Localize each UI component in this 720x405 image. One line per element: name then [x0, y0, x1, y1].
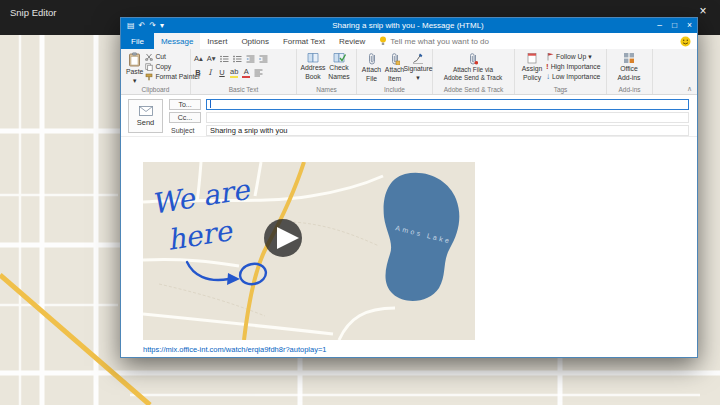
play-button[interactable] — [264, 219, 302, 257]
text-highlight-button[interactable]: ab — [230, 67, 238, 78]
check-names-button[interactable]: Check Names — [326, 51, 352, 81]
attach-item-label-2: Item — [388, 75, 401, 83]
clipboard-group-label: Clipboard — [121, 86, 190, 93]
addins-group-label: Add-ins — [607, 86, 652, 93]
tabs-spacer — [496, 33, 680, 49]
ribbon: Paste ▾ Cut Copy — [121, 49, 697, 95]
high-importance-icon: ! — [546, 62, 549, 71]
attach-file-button[interactable]: Attach File — [360, 51, 383, 83]
cut-icon — [145, 53, 153, 61]
font-color-button[interactable]: A — [242, 67, 250, 78]
check-names-icon — [333, 52, 346, 63]
save-icon[interactable]: ▤ — [127, 18, 135, 33]
collapse-ribbon-icon[interactable]: ∧ — [687, 85, 692, 93]
format-painter-icon — [145, 73, 153, 81]
include-group-label: Include — [357, 86, 432, 93]
adobe-group-label: Adobe Send & Track — [433, 86, 514, 93]
feedback-smiley-icon[interactable] — [680, 36, 691, 47]
bold-button[interactable]: B — [194, 68, 202, 77]
tab-insert[interactable]: Insert — [200, 33, 234, 49]
bullets-icon[interactable] — [220, 55, 229, 63]
address-book-label-2: Book — [305, 73, 321, 81]
tab-file[interactable]: File — [121, 33, 154, 49]
office-addins-button[interactable]: Office Add-ins — [610, 51, 648, 82]
high-importance-label: High Importance — [551, 63, 601, 70]
snip-image[interactable]: Amos Lake We are here — [143, 162, 475, 340]
send-button[interactable]: Send — [128, 99, 163, 133]
group-basic-text: A▴ A▾ — [191, 49, 297, 94]
align-icon[interactable] — [254, 69, 263, 77]
tab-format-text[interactable]: Format Text — [276, 33, 332, 49]
to-button[interactable]: To... — [169, 99, 201, 110]
low-importance-button[interactable]: ↓ Low Importance — [546, 72, 601, 81]
maximize-button[interactable]: □ — [667, 18, 682, 33]
shrink-font-button[interactable]: A▾ — [207, 54, 216, 63]
italic-button[interactable]: I — [206, 68, 214, 77]
subject-label: Subject — [169, 127, 201, 134]
subject-input[interactable]: Sharing a snip with you — [206, 125, 689, 136]
quick-access-toolbar: ▤ ↶ ↷ ▾ — [121, 18, 164, 33]
names-group-label: Names — [297, 86, 356, 93]
address-book-button[interactable]: Address Book — [300, 51, 326, 81]
paste-icon — [128, 52, 141, 67]
ribbon-tabs: File Message Insert Options Format Text … — [121, 33, 697, 49]
video-link[interactable]: https://mix.office-int.com/watch/erqia9f… — [143, 345, 327, 354]
low-importance-icon: ↓ — [546, 72, 550, 81]
adobe-attach-button[interactable]: Attach File via Adobe Send & Track — [436, 51, 510, 82]
message-body[interactable]: Amos Lake We are here https://mix.office… — [121, 137, 697, 357]
tags-group-label: Tags — [515, 86, 606, 93]
tab-message[interactable]: Message — [154, 33, 200, 49]
tab-review[interactable]: Review — [332, 33, 372, 49]
copy-icon — [145, 63, 153, 71]
paperclip-icon — [367, 52, 377, 65]
office-addins-label-1: Office — [620, 65, 638, 73]
outlook-message-window: ▤ ↶ ↷ ▾ Sharing a snip with you - Messag… — [120, 17, 698, 358]
grow-font-button[interactable]: A▴ — [194, 54, 203, 63]
decrease-indent-icon[interactable] — [246, 55, 255, 63]
signature-icon — [412, 52, 424, 64]
minimize-button[interactable]: – — [652, 18, 667, 33]
low-importance-label: Low Importance — [552, 73, 600, 80]
group-addins: Office Add-ins Add-ins — [607, 49, 653, 94]
paste-button[interactable]: Paste ▾ — [124, 51, 145, 85]
cc-input[interactable] — [206, 112, 689, 123]
office-addins-icon — [623, 52, 635, 64]
attach-item-icon — [390, 52, 400, 65]
tab-options[interactable]: Options — [234, 33, 276, 49]
assign-policy-label-1: Assign — [522, 65, 542, 73]
assign-policy-label-2: Policy — [523, 74, 541, 82]
tell-me-label: Tell me what you want to do — [390, 37, 489, 46]
adobe-attach-label-2: Adobe Send & Track — [444, 74, 503, 81]
attach-file-label-2: File — [366, 75, 377, 83]
redo-icon[interactable]: ↷ — [149, 18, 156, 33]
cc-button[interactable]: Cc... — [169, 112, 201, 123]
follow-up-label: Follow Up — [556, 53, 586, 60]
underline-button[interactable]: U — [218, 68, 226, 77]
window-controls: – □ × — [652, 18, 697, 33]
send-icon — [139, 106, 153, 116]
group-tags: Assign Policy Follow Up ▾ ! High Importa… — [515, 49, 607, 94]
outlook-titlebar: ▤ ↶ ↷ ▾ Sharing a snip with you - Messag… — [121, 18, 697, 33]
to-input[interactable] — [206, 99, 689, 110]
send-label: Send — [137, 118, 155, 127]
office-addins-label-2: Add-ins — [617, 74, 640, 82]
numbering-icon[interactable] — [233, 55, 242, 63]
follow-up-dropdown-icon: ▾ — [588, 53, 591, 61]
undo-icon[interactable]: ↶ — [139, 18, 146, 33]
close-button[interactable]: × — [682, 18, 697, 33]
adobe-paperclip-icon — [468, 52, 478, 65]
tell-me-box[interactable]: Tell me what you want to do — [372, 33, 496, 49]
group-adobe: Attach File via Adobe Send & Track Adobe… — [433, 49, 515, 94]
compose-header: Send To... Cc... Subject Sharing a snip … — [121, 95, 697, 137]
high-importance-button[interactable]: ! High Importance — [546, 62, 601, 71]
adobe-attach-label-1: Attach File via — [453, 66, 493, 73]
increase-indent-icon[interactable] — [259, 55, 268, 63]
text-caret — [210, 100, 211, 108]
signature-dropdown-icon: ▾ — [416, 74, 419, 82]
signature-button[interactable]: Signature ▾ — [406, 51, 430, 82]
basic-text-group-label: Basic Text — [191, 86, 296, 93]
copy-label: Copy — [155, 63, 171, 70]
assign-policy-button[interactable]: Assign Policy — [518, 51, 546, 82]
follow-up-button[interactable]: Follow Up ▾ — [546, 52, 601, 61]
assign-policy-icon — [526, 52, 538, 64]
